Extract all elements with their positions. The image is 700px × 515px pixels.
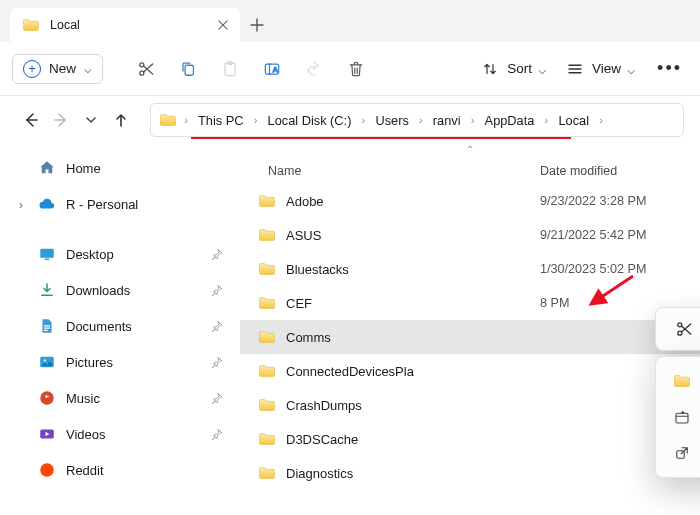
back-button[interactable]	[16, 105, 46, 135]
ctx-open[interactable]: Open Enter	[662, 363, 700, 399]
sidebar-item-label: Home	[66, 161, 101, 176]
paste-button	[209, 49, 251, 89]
file-list: ⌃ Name Date modified Adobe9/23/2022 3:28…	[240, 144, 700, 515]
table-row[interactable]: CEF8 PM	[240, 286, 700, 320]
copy-button[interactable]	[167, 49, 209, 89]
breadcrumb-chevron[interactable]: ›	[592, 114, 610, 126]
nav-row: › This PC › Local Disk (C:) › Users › ra…	[0, 96, 700, 144]
row-name: CrashDumps	[286, 398, 540, 413]
close-tab-icon[interactable]	[218, 20, 228, 30]
sidebar-item-desktop[interactable]: Desktop	[0, 236, 240, 272]
column-date[interactable]: Date modified	[540, 164, 700, 178]
sidebar-item-videos[interactable]: Videos	[0, 416, 240, 452]
ctx-cut-button[interactable]	[664, 310, 700, 348]
breadcrumb-chevron[interactable]: ›	[537, 114, 555, 126]
annotation-underline	[191, 137, 571, 139]
sidebar-item-music[interactable]: Music	[0, 380, 240, 416]
sidebar-item-label: Downloads	[66, 283, 130, 298]
expand-chevron[interactable]: ›	[14, 197, 28, 211]
breadcrumb-seg[interactable]: Users	[372, 113, 411, 128]
breadcrumb-chevron[interactable]: ›	[354, 114, 372, 126]
folder-icon	[22, 16, 40, 34]
sidebar-item-reddit[interactable]: Reddit	[0, 452, 240, 488]
breadcrumb-chevron[interactable]: ›	[412, 114, 430, 126]
row-date: 1/30/2023 5:02 PM	[540, 262, 700, 276]
main-area: Home › R - Personal Desktop Downloads Do…	[0, 144, 700, 515]
titlebar: Local	[0, 0, 700, 42]
desktop-icon	[38, 245, 56, 263]
collapse-caret[interactable]: ⌃	[240, 144, 700, 158]
pin-icon	[210, 247, 224, 261]
window-tab[interactable]: Local	[10, 8, 240, 42]
row-name: D3DSCache	[286, 432, 540, 447]
sort-button[interactable]: Sort ⌵	[471, 49, 556, 89]
context-action-bar	[655, 307, 700, 351]
row-date: 9/21/2022 5:42 PM	[540, 228, 700, 242]
pictures-icon	[38, 353, 56, 371]
breadcrumb-chevron[interactable]: ›	[177, 114, 195, 126]
context-menu: Open Enter Open in new tab Open in new w…	[655, 356, 700, 478]
breadcrumb-seg[interactable]: ranvi	[430, 113, 464, 128]
pin-icon	[210, 319, 224, 333]
table-row[interactable]: CrashDumps	[240, 388, 700, 422]
sidebar-item-label: Desktop	[66, 247, 114, 262]
sidebar-item-label: Videos	[66, 427, 106, 442]
folder-icon	[258, 328, 276, 346]
new-plus-icon: +	[23, 60, 41, 78]
row-name: Bluestacks	[286, 262, 540, 277]
plus-icon	[250, 18, 264, 32]
breadcrumb-chevron[interactable]: ›	[247, 114, 265, 126]
folder-icon	[159, 111, 177, 129]
sort-icon	[481, 60, 499, 78]
new-button-label: New	[49, 61, 76, 76]
sidebar-item-documents[interactable]: Documents	[0, 308, 240, 344]
breadcrumb-seg[interactable]: Local Disk (C:)	[265, 113, 355, 128]
column-headers: Name Date modified	[240, 158, 700, 184]
row-name: Comms	[286, 330, 540, 345]
view-button[interactable]: View ⌵	[556, 49, 645, 89]
music-icon	[38, 389, 56, 407]
rename-button[interactable]	[251, 49, 293, 89]
folder-icon	[258, 260, 276, 278]
ctx-open-new-tab[interactable]: Open in new tab	[662, 399, 700, 435]
sidebar-item-home[interactable]: Home	[0, 150, 240, 186]
recent-button[interactable]	[76, 105, 106, 135]
table-row[interactable]: Comms	[240, 320, 700, 354]
new-tab-button[interactable]	[240, 8, 274, 42]
row-name: CEF	[286, 296, 540, 311]
pin-icon	[210, 355, 224, 369]
new-tab-icon	[673, 408, 691, 426]
breadcrumb-seg[interactable]: Local	[555, 113, 592, 128]
table-row[interactable]: ConnectedDevicesPla	[240, 354, 700, 388]
table-row[interactable]: Bluestacks1/30/2023 5:02 PM	[240, 252, 700, 286]
delete-button[interactable]	[335, 49, 377, 89]
chevron-down-icon: ⌵	[627, 61, 635, 77]
view-icon	[566, 60, 584, 78]
forward-button	[46, 105, 76, 135]
cut-button[interactable]	[125, 49, 167, 89]
download-icon	[38, 281, 56, 299]
more-button[interactable]: •••	[651, 58, 688, 79]
new-button[interactable]: + New ⌵	[12, 54, 103, 84]
table-row[interactable]: ASUS9/21/2022 5:42 PM	[240, 218, 700, 252]
breadcrumb-chevron[interactable]: ›	[464, 114, 482, 126]
toolbar: + New ⌵ Sort ⌵ View ⌵ •••	[0, 42, 700, 96]
breadcrumb-seg[interactable]: This PC	[195, 113, 247, 128]
ctx-open-new-window[interactable]: Open in new window	[662, 435, 700, 471]
sidebar-item-personal[interactable]: › R - Personal	[0, 186, 240, 222]
sidebar-item-downloads[interactable]: Downloads	[0, 272, 240, 308]
folder-icon	[258, 192, 276, 210]
sidebar-item-pictures[interactable]: Pictures	[0, 344, 240, 380]
sidebar-item-label: Pictures	[66, 355, 113, 370]
table-row[interactable]: D3DSCache	[240, 422, 700, 456]
up-button[interactable]	[106, 105, 136, 135]
column-name[interactable]: Name	[268, 164, 540, 178]
home-icon	[38, 159, 56, 177]
address-bar[interactable]: › This PC › Local Disk (C:) › Users › ra…	[150, 103, 684, 137]
table-row[interactable]: Diagnostics	[240, 456, 700, 490]
folder-icon	[258, 430, 276, 448]
breadcrumb-seg[interactable]: AppData	[482, 113, 538, 128]
row-name: ConnectedDevicesPla	[286, 364, 540, 379]
folder-icon	[258, 464, 276, 482]
table-row[interactable]: Adobe9/23/2022 3:28 PM	[240, 184, 700, 218]
